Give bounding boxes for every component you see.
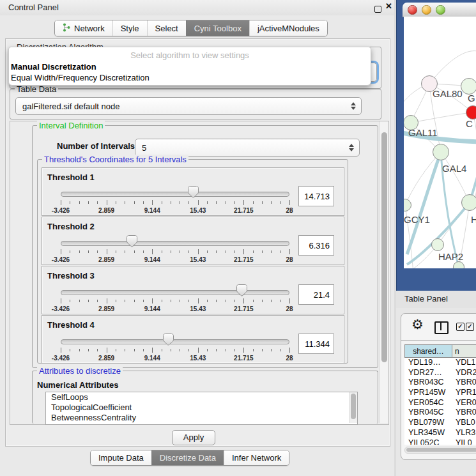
numerical-attributes-list[interactable]: SelfLoopsTopologicalCoefficientBetweenne… (45, 392, 358, 425)
table-row[interactable]: YER054CYER0 (404, 398, 476, 408)
cell-shared-name[interactable]: YDL19… (404, 358, 451, 368)
control-panel-titlebar: Control Panel ✕ (0, 0, 394, 15)
table-panel-title: Table Panel (404, 294, 448, 303)
slider-track[interactable] (61, 290, 289, 295)
tab-label: Style (121, 24, 139, 33)
table-row[interactable]: YDR27…YDR2 (404, 368, 476, 378)
network-node[interactable] (431, 238, 444, 251)
cell-shared-name[interactable]: YPR145W (404, 388, 451, 398)
table-data-group: Table Data galFiltered.sif default node (10, 89, 381, 119)
threshold-slider[interactable]: -3.4262.8599.14415.4321.71528 (61, 336, 289, 362)
tab-style[interactable]: Style (112, 20, 147, 36)
tab-select[interactable]: Select (147, 20, 186, 36)
tab-discretize-data[interactable]: Discretize Data (151, 450, 224, 465)
tab-impute-data[interactable]: Impute Data (91, 450, 151, 465)
cell-shared-name[interactable]: YIL052C (404, 438, 451, 445)
threshold-slider[interactable]: -3.4262.8599.14415.4321.71528 (61, 238, 289, 263)
attribute-list-item[interactable]: BetweennessCentrality (46, 413, 357, 423)
zoom-traffic-light-icon[interactable] (436, 5, 445, 15)
slider-ticks (61, 298, 289, 304)
attribute-list-item[interactable]: SelfLoops (46, 392, 357, 403)
algorithm-option[interactable]: Manual Discretization (9, 61, 371, 72)
slider-ticks (61, 200, 289, 206)
cell-name[interactable]: YPR1 (451, 388, 476, 398)
tab-jactivemnodules[interactable]: jActiveMNodules (249, 20, 327, 36)
gear-icon[interactable]: ⚙ (411, 317, 424, 332)
tab-network[interactable]: Network (55, 20, 112, 36)
cell-name[interactable]: YLR3 (451, 428, 476, 438)
threshold-slider[interactable]: -3.4262.8599.14415.4321.71528 (61, 287, 289, 312)
threshold-value-input[interactable]: 14.713 (298, 186, 334, 206)
cell-name[interactable]: YBR0 (451, 378, 476, 388)
network-node[interactable] (433, 144, 449, 160)
tab-cyni-toolbox[interactable]: Cyni Toolbox (186, 20, 249, 36)
cell-name[interactable]: YBR0 (451, 408, 476, 418)
float-window-icon[interactable] (374, 6, 381, 13)
cell-name[interactable]: YBL0 (451, 418, 476, 428)
slider-thumb[interactable] (163, 334, 174, 346)
slider-thumb[interactable] (127, 235, 137, 247)
tab-infer-network[interactable]: Infer Network (224, 450, 289, 465)
close-icon[interactable]: ✕ (385, 1, 392, 11)
cell-shared-name[interactable]: YDR27… (404, 368, 451, 378)
cell-shared-name[interactable]: YBL079W (404, 418, 451, 428)
cell-name[interactable]: YDR2 (451, 368, 476, 378)
list-scrollbar[interactable] (349, 392, 357, 423)
settings-scroll-area: Interval Definition Number of Intervals … (10, 121, 389, 425)
cell-name[interactable]: YER0 (451, 398, 476, 408)
cell-shared-name[interactable]: YBR045C (404, 408, 451, 418)
algorithm-option[interactable]: Equal Width/Frequency Discretization (9, 72, 371, 83)
slider-track[interactable] (61, 339, 289, 344)
group-title: Table Data (15, 84, 58, 94)
threshold-slider[interactable]: -3.4262.8599.14415.4321.71528 (61, 188, 289, 214)
numerical-attributes-label: Numerical Attributes (37, 380, 118, 390)
combo-stepper-icon (349, 144, 354, 151)
cell-name[interactable]: YDL1 (451, 358, 476, 368)
cell-shared-name[interactable]: YER054C (404, 398, 451, 408)
attribute-list-item[interactable]: TopologicalCoefficient (46, 403, 357, 413)
table-row[interactable]: YIL052CYIL0 (404, 438, 476, 445)
checkbox-icon[interactable]: ✓ (456, 323, 464, 331)
checkbox-icon[interactable]: ✓ (466, 323, 474, 331)
network-node[interactable] (466, 105, 476, 119)
cell-shared-name[interactable]: YLR345W (404, 428, 451, 438)
column-layout-icon[interactable] (434, 321, 449, 334)
slider-track[interactable] (61, 192, 289, 197)
slider-track[interactable] (61, 241, 289, 246)
network-node[interactable] (461, 194, 476, 211)
scrollbar-thumb[interactable] (406, 448, 476, 452)
table-data-combobox[interactable]: galFiltered.sif default node (15, 97, 362, 115)
algorithm-prompt: Select algorithm to view settings (9, 49, 371, 61)
column-header-name[interactable]: n (452, 345, 476, 357)
network-node[interactable] (453, 261, 464, 268)
close-traffic-light-icon[interactable] (408, 5, 417, 15)
number-of-intervals-combobox[interactable]: 5 (135, 139, 360, 157)
minimize-traffic-light-icon[interactable] (422, 5, 431, 15)
threshold-value-input[interactable]: 11.344 (298, 334, 334, 354)
network-canvas[interactable]: GAL80GCGAL11GAL4GCY1HHAP2 (404, 17, 476, 268)
network-node-label: HAP2 (438, 251, 463, 262)
attributes-group: Attributes to discretize Numerical Attri… (32, 371, 378, 424)
vertical-scrollbar[interactable] (380, 121, 388, 423)
column-header-shared-name[interactable]: shared… (405, 345, 452, 357)
table-row[interactable]: YDL19…YDL1 (404, 358, 476, 368)
cell-shared-name[interactable]: YBR043C (404, 378, 451, 388)
table-row[interactable]: YPR145WYPR1 (404, 388, 476, 398)
table-row[interactable]: YBR045CYBR0 (404, 408, 476, 418)
table-row[interactable]: YBR043CYBR0 (404, 378, 476, 388)
table-row[interactable]: YLR345WYLR3 (404, 428, 476, 438)
cell-name[interactable]: YIL0 (451, 438, 476, 445)
threshold-value-input[interactable]: 21.4 (298, 284, 334, 305)
number-of-intervals-label: Number of Intervals (57, 141, 135, 151)
horizontal-scrollbar[interactable] (404, 447, 476, 454)
apply-button[interactable]: Apply (172, 430, 215, 445)
table-row[interactable]: YBL079WYBL0 (404, 418, 476, 428)
threshold-value-input[interactable]: 6.316 (298, 235, 334, 256)
tab-label: Discretize Data (160, 453, 216, 463)
threshold-label: Threshold 2 (47, 222, 95, 231)
scrollbar-thumb[interactable] (381, 132, 387, 362)
slider-thumb[interactable] (236, 284, 247, 296)
slider-thumb[interactable] (188, 186, 199, 198)
network-node-label: GAL80 (433, 88, 463, 99)
threshold-label: Threshold 4 (47, 320, 95, 330)
